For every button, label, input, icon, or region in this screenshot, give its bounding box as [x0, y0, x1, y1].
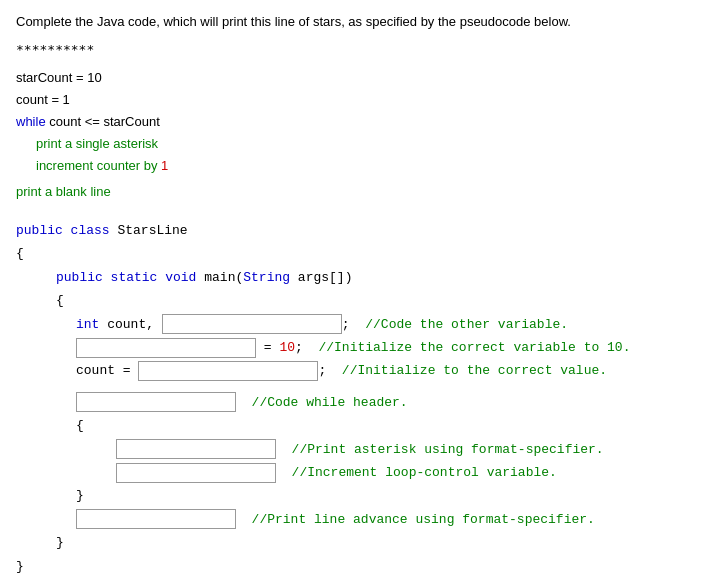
- input-while-header[interactable]: [76, 392, 236, 412]
- stars-display: **********: [16, 42, 689, 57]
- code-line-3: count = ; //Initialize to the correct va…: [76, 359, 689, 382]
- input-count-init[interactable]: [138, 361, 318, 381]
- method-declaration: public static void main(String args[]): [56, 266, 689, 289]
- input-print-asterisk[interactable]: [116, 439, 276, 459]
- code-block: public class public class StarsLineStars…: [16, 219, 689, 578]
- pseudo-line3: while count <= starCount: [16, 111, 689, 133]
- pseudo-line4: print a single asterisk: [36, 133, 689, 155]
- pseudo-line2: count = 1: [16, 89, 689, 111]
- code-line-1: int count, ; //Code the other variable.: [76, 313, 689, 336]
- brace-open-method: {: [56, 289, 689, 312]
- brace-close-class: }: [16, 555, 689, 578]
- code-line-4: //Code while header.: [76, 391, 689, 414]
- brace-open-outer: {: [16, 242, 689, 265]
- code-line-6: //Increment loop-control variable.: [116, 461, 689, 484]
- input-increment[interactable]: [116, 463, 276, 483]
- input-init-variable[interactable]: [76, 338, 256, 358]
- instructions: Complete the Java code, which will print…: [16, 12, 689, 32]
- code-line-7: //Print line advance using format-specif…: [76, 508, 689, 531]
- input-other-variable[interactable]: [162, 314, 342, 334]
- brace-open-while: {: [76, 414, 689, 437]
- instruction-text: Complete the Java code, which will print…: [16, 14, 571, 29]
- pseudo-line5: increment counter by 1: [36, 155, 689, 177]
- pseudo-line6: print a blank line: [16, 181, 689, 203]
- brace-close-while: }: [76, 484, 689, 507]
- class-declaration: public class public class StarsLineStars…: [16, 219, 689, 242]
- code-line-5: //Print asterisk using format-specifier.: [116, 438, 689, 461]
- brace-close-method: }: [56, 531, 689, 554]
- input-print-newline[interactable]: [76, 509, 236, 529]
- code-line-2: = 10; //Initialize the correct variable …: [76, 336, 689, 359]
- pseudocode-block: starCount = 10 count = 1 while count <= …: [16, 67, 689, 204]
- pseudo-line1: starCount = 10: [16, 67, 689, 89]
